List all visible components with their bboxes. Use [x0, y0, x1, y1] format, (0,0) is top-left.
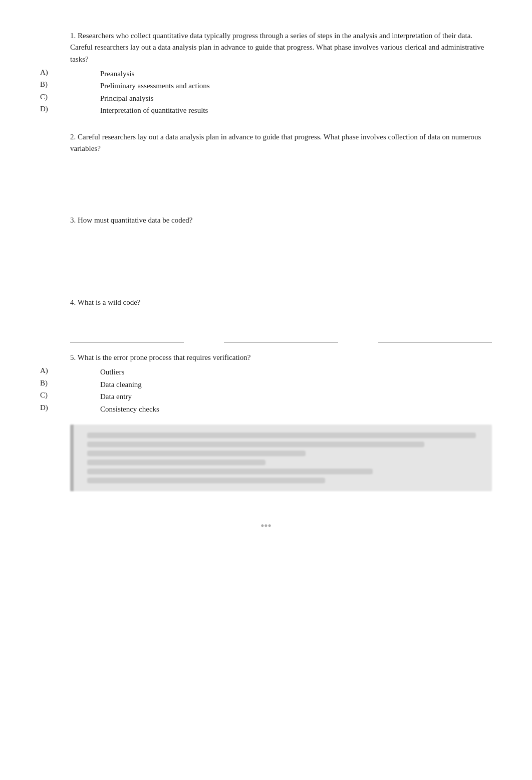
question-1: 1. Researchers who collect quantitative … [40, 30, 492, 116]
question-3-text: 3. How must quantitative data be coded? [70, 215, 492, 226]
q5-answer-label-c: C) [40, 391, 100, 400]
q1-number: 1. [70, 32, 76, 40]
answer-text-a: Preanalysis [100, 68, 134, 80]
question-4-text: 4. What is a wild code? [70, 297, 492, 308]
answer-label-c: C) [40, 93, 100, 101]
blurred-line-1 [87, 433, 476, 438]
blurred-line-4 [87, 460, 265, 465]
q1-body: Researchers who collect quantitative dat… [70, 32, 484, 63]
question-5: 5. What is the error prone process that … [40, 352, 492, 415]
line-2 [224, 342, 338, 343]
line-3 [378, 342, 492, 343]
page-number-area: ●●● [40, 521, 492, 529]
redacted-block [70, 425, 492, 491]
answer-row-d: D) Interpretation of quantitative result… [40, 105, 492, 116]
blurred-line-3 [87, 451, 306, 456]
blurred-line-5 [87, 469, 373, 474]
answer-row-b: B) Preliminary assessments and actions [40, 80, 492, 92]
q5-body: What is the error prone process that req… [78, 353, 251, 361]
q5-answer-label-d: D) [40, 404, 100, 412]
blurred-line-2 [87, 442, 424, 447]
blurred-line-6 [87, 478, 325, 483]
q3-number: 3. [70, 216, 76, 224]
q2-number: 2. [70, 133, 76, 141]
q4-number: 4. [70, 298, 76, 306]
q5-answer-row-c: C) Data entry [40, 391, 492, 403]
redacted-content [70, 425, 492, 491]
question-4: 4. What is a wild code? [40, 297, 492, 308]
q5-answer-text-a: Outliers [100, 366, 124, 378]
page-number: ●●● [260, 522, 272, 529]
q2-body: Careful researchers lay out a data analy… [70, 133, 481, 152]
redacted-sidebar [70, 425, 74, 491]
question-2-text: 2. Careful researchers lay out a data an… [70, 131, 492, 155]
q4-body: What is a wild code? [78, 298, 141, 306]
answer-label-b: B) [40, 80, 100, 89]
q5-number: 5. [70, 353, 76, 361]
q5-answer-row-d: D) Consistency checks [40, 404, 492, 415]
answer-label-d: D) [40, 105, 100, 113]
line-1 [70, 342, 184, 343]
q3-body: How must quantitative data be coded? [78, 216, 193, 224]
separator-lines [70, 338, 492, 343]
q5-answer-label-b: B) [40, 379, 100, 387]
answer-text-d: Interpretation of quantitative results [100, 105, 208, 116]
question-1-text: 1. Researchers who collect quantitative … [70, 30, 492, 65]
answer-label-a: A) [40, 68, 100, 77]
answer-row-c: C) Principal analysis [40, 93, 492, 104]
answer-text-c: Principal analysis [100, 93, 153, 104]
document-page: 1. Researchers who collect quantitative … [0, 0, 532, 780]
question-3: 3. How must quantitative data be coded? [40, 215, 492, 226]
q5-answer-text-b: Data cleaning [100, 379, 142, 391]
q5-answer-label-a: A) [40, 366, 100, 375]
q5-answer-row-b: B) Data cleaning [40, 379, 492, 391]
answer-row-a: A) Preanalysis [40, 68, 492, 80]
q5-answer-row-a: A) Outliers [40, 366, 492, 378]
q5-answer-text-c: Data entry [100, 391, 132, 403]
answer-text-b: Preliminary assessments and actions [100, 80, 210, 92]
question-5-text: 5. What is the error prone process that … [70, 352, 492, 363]
q5-answer-text-d: Consistency checks [100, 404, 159, 415]
question-2: 2. Careful researchers lay out a data an… [40, 131, 492, 155]
